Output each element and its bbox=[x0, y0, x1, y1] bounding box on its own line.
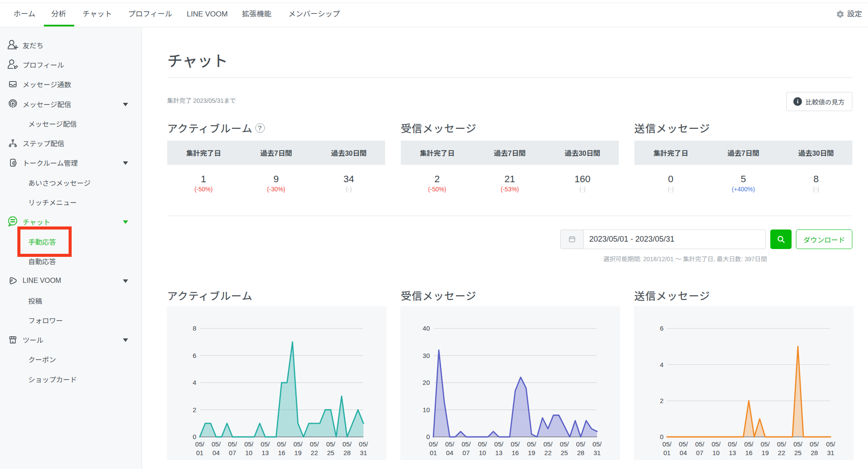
svg-text:05/: 05/ bbox=[527, 440, 537, 448]
svg-text:28: 28 bbox=[811, 449, 818, 456]
svg-text:4: 4 bbox=[193, 379, 196, 386]
svg-text:05/: 05/ bbox=[277, 440, 287, 448]
svg-text:05/: 05/ bbox=[478, 440, 488, 448]
svg-text:05/: 05/ bbox=[810, 440, 819, 448]
svg-text:22: 22 bbox=[778, 449, 785, 456]
svg-text:31: 31 bbox=[594, 449, 601, 456]
svg-text:16: 16 bbox=[512, 449, 519, 456]
svg-text:22: 22 bbox=[545, 449, 552, 456]
svg-text:40: 40 bbox=[422, 325, 430, 332]
svg-text:05/: 05/ bbox=[679, 440, 688, 448]
svg-text:05/: 05/ bbox=[445, 440, 455, 448]
svg-text:13: 13 bbox=[729, 449, 736, 456]
svg-text:05/: 05/ bbox=[826, 440, 836, 448]
svg-text:05/: 05/ bbox=[576, 440, 586, 448]
svg-text:0: 0 bbox=[660, 433, 663, 440]
svg-text:31: 31 bbox=[827, 449, 835, 456]
svg-text:05/: 05/ bbox=[761, 440, 770, 448]
svg-text:05/: 05/ bbox=[560, 440, 569, 448]
svg-text:07: 07 bbox=[229, 449, 236, 456]
svg-text:25: 25 bbox=[561, 449, 568, 456]
svg-text:05/: 05/ bbox=[359, 440, 369, 448]
svg-text:05/: 05/ bbox=[211, 440, 221, 448]
svg-text:05/: 05/ bbox=[511, 440, 520, 448]
svg-text:05/: 05/ bbox=[593, 440, 602, 448]
svg-text:05/: 05/ bbox=[543, 440, 553, 448]
svg-text:05/: 05/ bbox=[712, 440, 721, 448]
svg-text:8: 8 bbox=[193, 325, 196, 332]
svg-text:04: 04 bbox=[446, 449, 453, 456]
svg-text:05/: 05/ bbox=[343, 440, 352, 448]
svg-text:07: 07 bbox=[696, 449, 703, 456]
svg-text:04: 04 bbox=[212, 449, 220, 456]
svg-text:05/: 05/ bbox=[793, 440, 803, 448]
svg-text:19: 19 bbox=[528, 449, 535, 456]
svg-text:05/: 05/ bbox=[728, 440, 737, 448]
svg-text:2: 2 bbox=[193, 406, 196, 413]
svg-text:22: 22 bbox=[311, 449, 318, 456]
svg-text:05/: 05/ bbox=[695, 440, 705, 448]
svg-text:05/: 05/ bbox=[244, 440, 254, 448]
svg-text:10: 10 bbox=[713, 449, 720, 456]
svg-text:30: 30 bbox=[422, 352, 430, 359]
svg-text:10: 10 bbox=[479, 449, 486, 456]
svg-text:01: 01 bbox=[196, 449, 204, 456]
svg-text:19: 19 bbox=[762, 449, 769, 456]
svg-text:25: 25 bbox=[794, 449, 802, 456]
svg-text:05/: 05/ bbox=[744, 440, 754, 448]
svg-text:13: 13 bbox=[261, 449, 269, 456]
svg-text:6: 6 bbox=[193, 352, 196, 359]
svg-text:31: 31 bbox=[360, 449, 367, 456]
svg-text:16: 16 bbox=[278, 449, 285, 456]
svg-text:01: 01 bbox=[430, 449, 437, 456]
svg-text:07: 07 bbox=[462, 449, 470, 456]
svg-text:16: 16 bbox=[745, 449, 752, 456]
svg-text:10: 10 bbox=[422, 406, 430, 413]
svg-text:0: 0 bbox=[426, 433, 430, 440]
svg-text:05/: 05/ bbox=[310, 440, 319, 448]
svg-text:05/: 05/ bbox=[494, 440, 504, 448]
svg-text:2: 2 bbox=[660, 397, 663, 404]
svg-text:05/: 05/ bbox=[326, 440, 336, 448]
svg-text:25: 25 bbox=[327, 449, 334, 456]
svg-text:05/: 05/ bbox=[429, 440, 439, 448]
svg-text:05/: 05/ bbox=[261, 440, 270, 448]
svg-text:0: 0 bbox=[193, 433, 196, 440]
svg-text:05/: 05/ bbox=[663, 440, 672, 448]
svg-text:4: 4 bbox=[660, 361, 663, 368]
svg-text:05/: 05/ bbox=[462, 440, 471, 448]
svg-text:28: 28 bbox=[343, 449, 351, 456]
svg-text:20: 20 bbox=[422, 379, 430, 386]
svg-text:04: 04 bbox=[680, 449, 687, 456]
svg-text:28: 28 bbox=[577, 449, 584, 456]
svg-text:10: 10 bbox=[245, 449, 253, 456]
svg-text:01: 01 bbox=[663, 449, 671, 456]
svg-text:13: 13 bbox=[495, 449, 502, 456]
svg-text:19: 19 bbox=[294, 449, 302, 456]
svg-text:6: 6 bbox=[660, 325, 663, 332]
svg-text:05/: 05/ bbox=[228, 440, 238, 448]
svg-text:05/: 05/ bbox=[777, 440, 786, 448]
svg-text:05/: 05/ bbox=[195, 440, 205, 448]
svg-text:05/: 05/ bbox=[294, 440, 303, 448]
